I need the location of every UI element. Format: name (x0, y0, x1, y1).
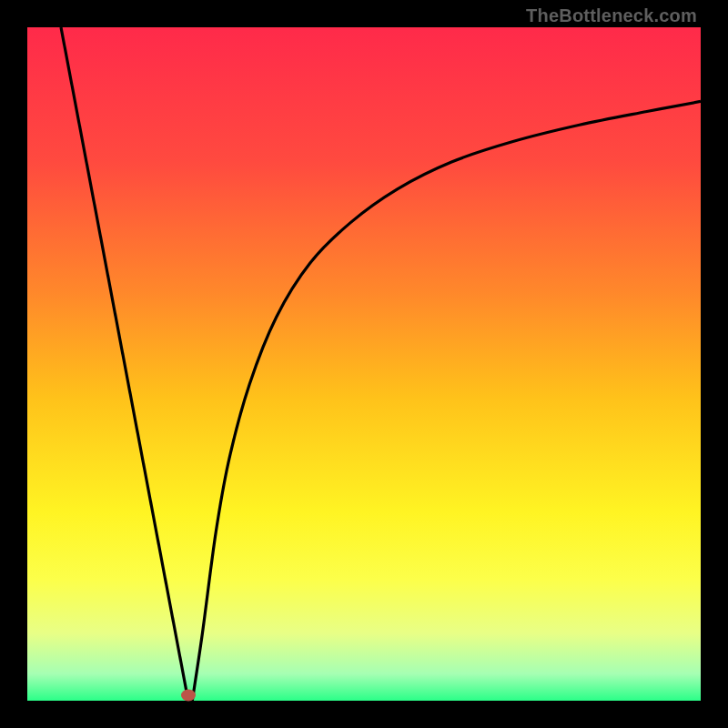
curve-layer (27, 27, 701, 701)
watermark-text: TheBottleneck.com (526, 5, 697, 26)
curve-left (61, 27, 188, 701)
plot-area (27, 27, 701, 701)
curve-right (192, 101, 701, 701)
chart-container: TheBottleneck.com (0, 0, 728, 728)
optimum-marker (181, 690, 196, 702)
